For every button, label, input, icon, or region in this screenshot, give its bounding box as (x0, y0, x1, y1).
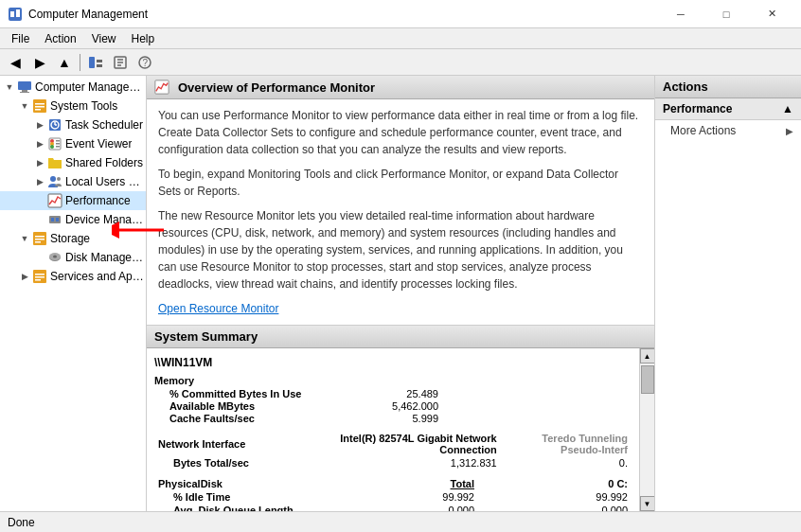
svg-point-26 (50, 145, 54, 149)
app-icon (8, 7, 23, 22)
svg-rect-17 (35, 106, 44, 108)
actions-section-title: Performance ▲ (655, 98, 801, 120)
network-header-row: Network Interface Intel(R) 82574L Gigabi… (154, 432, 632, 456)
expander-event-viewer[interactable]: ▶ (32, 136, 47, 151)
show-hide-button[interactable] (84, 51, 107, 74)
summary-category-network: Network Interface Intel(R) 82574L Gigabi… (154, 432, 632, 470)
expander-local-users[interactable]: ▶ (32, 174, 47, 189)
network-table: Network Interface Intel(R) 82574L Gigabi… (154, 432, 632, 470)
expander-task-scheduler[interactable]: ▶ (32, 117, 47, 133)
tree-item-device-manager[interactable]: ▶ Device Manager (0, 210, 146, 229)
disk-header-row: PhysicalDisk Total 0 C: (154, 477, 632, 490)
svg-rect-2 (16, 9, 20, 17)
minimize-button[interactable]: ─ (659, 0, 703, 28)
center-inner: \\WIN11VM Memory % Committed Bytes In Us… (147, 348, 654, 511)
center-panel: Overview of Performance Monitor You can … (147, 76, 654, 511)
title-bar-text: Computer Management (28, 8, 659, 21)
disk-management-icon (47, 250, 62, 265)
status-text: Done (8, 516, 35, 529)
tree-label-disk-management: Disk Management (65, 251, 146, 264)
task-scheduler-icon (47, 117, 62, 133)
svg-rect-27 (56, 140, 60, 142)
tree-item-computer-management[interactable]: ▼ Computer Management (Local) (0, 78, 146, 97)
expander-storage[interactable]: ▼ (17, 231, 32, 246)
svg-rect-39 (35, 241, 41, 243)
overview-title: Overview of Performance Monitor (178, 80, 375, 95)
overview-header: Overview of Performance Monitor (147, 76, 654, 99)
memory-value-1: 5,462.000 (344, 400, 438, 412)
svg-point-42 (53, 256, 57, 258)
svg-rect-33 (49, 216, 61, 223)
center-scrollbar[interactable]: ▲ ▼ (639, 348, 654, 511)
more-actions-label: More Actions (670, 124, 736, 137)
title-bar: Computer Management ─ □ ✕ (0, 0, 801, 28)
maximize-button[interactable]: □ (704, 0, 748, 28)
svg-rect-18 (35, 109, 41, 111)
svg-rect-37 (35, 236, 44, 238)
svg-point-30 (50, 176, 56, 182)
svg-rect-4 (97, 60, 102, 62)
scroll-up-btn[interactable]: ▲ (640, 348, 655, 364)
tree-item-task-scheduler[interactable]: ▶ Task Scheduler (0, 115, 146, 134)
tree-item-event-viewer[interactable]: ▶ Event Viewer (0, 134, 146, 153)
expander-computer-management[interactable]: ▼ (2, 80, 17, 95)
tree-item-system-tools[interactable]: ▼ System Tools (0, 97, 146, 115)
expander-services-apps[interactable]: ▶ (17, 269, 32, 284)
svg-rect-14 (20, 92, 29, 93)
network-bytes-val2: 0. (501, 456, 632, 470)
forward-button[interactable]: ▶ (28, 51, 51, 74)
tree-panel: ▼ Computer Management (Local) ▼ (0, 76, 147, 511)
network-bytes-row: Bytes Total/sec 1,312.831 0. (154, 456, 632, 470)
more-actions-arrow: ▶ (786, 126, 793, 136)
up-button[interactable]: ▲ (53, 51, 76, 74)
svg-rect-3 (89, 57, 95, 68)
back-button[interactable]: ◀ (4, 51, 27, 74)
disk-label-1: Avg. Disk Queue Length (154, 504, 325, 511)
services-icon (32, 269, 47, 284)
scroll-thumb[interactable] (641, 365, 654, 394)
disk-val1-1: 0.000 (325, 504, 478, 511)
menu-file[interactable]: File (4, 30, 37, 47)
actions-section-label: Performance (663, 102, 732, 115)
network-col1-header: Intel(R) 82574L Gigabit Network Connecti… (325, 432, 501, 456)
open-resource-monitor-link[interactable]: Open Resource Monitor (158, 302, 278, 315)
overview-para3: The new Resource Monitor lets you view d… (158, 207, 643, 293)
svg-rect-34 (51, 218, 54, 222)
summary-machine-name: \\WIN11VM (154, 356, 632, 369)
close-button[interactable]: ✕ (750, 0, 793, 28)
disk-val2-0: 99.992 (478, 490, 632, 504)
tree-label-local-users: Local Users and Groups (65, 175, 146, 188)
expander-shared-folders[interactable]: ▶ (32, 155, 47, 170)
summary-category-memory: Memory % Committed Bytes In Use 25.489 A… (154, 375, 632, 424)
memory-row-2: Cache Faults/sec 5.999 (154, 413, 632, 424)
help-button[interactable]: ? (134, 51, 156, 74)
scroll-down-btn[interactable]: ▼ (640, 496, 655, 511)
summary-body: \\WIN11VM Memory % Committed Bytes In Us… (147, 348, 639, 511)
disk-row-0: % Idle Time 99.992 99.992 (154, 490, 632, 504)
disk-label-0: % Idle Time (154, 490, 325, 504)
tree-label-performance: Performance (65, 194, 131, 207)
tree-item-local-users[interactable]: ▶ Local Users and Groups (0, 172, 146, 191)
tree-item-storage[interactable]: ▼ Storage (0, 229, 146, 248)
expander-system-tools[interactable]: ▼ (17, 98, 32, 114)
properties-button[interactable] (109, 51, 132, 74)
menu-view[interactable]: View (84, 30, 124, 47)
tree-item-performance[interactable]: ▶ Performance (0, 191, 146, 210)
tree-item-disk-management[interactable]: ▶ Disk Management (0, 248, 146, 267)
overview-content: You can use Performance Monitor to view … (147, 99, 654, 326)
center-content: \\WIN11VM Memory % Committed Bytes In Us… (147, 348, 639, 511)
main-layout: ▼ Computer Management (Local) ▼ (0, 76, 801, 511)
title-bar-controls: ─ □ ✕ (659, 0, 793, 28)
menu-action[interactable]: Action (37, 30, 83, 47)
tree-item-services-apps[interactable]: ▶ Services and Applications (0, 267, 146, 286)
actions-more-actions[interactable]: More Actions ▶ (655, 120, 801, 141)
disk-row-1: Avg. Disk Queue Length 0.000 0.000 (154, 504, 632, 511)
tree-label-event-viewer: Event Viewer (65, 137, 132, 151)
tree-label-shared-folders: Shared Folders (65, 156, 143, 169)
menu-help[interactable]: Help (124, 30, 163, 47)
system-summary-section: System Summary \\WIN11VM Memory % Commit… (147, 326, 654, 511)
computer-icon (17, 80, 32, 95)
memory-label-2: Cache Faults/sec (154, 413, 344, 424)
tree-item-shared-folders[interactable]: ▶ Shared Folders (0, 153, 146, 172)
shared-folders-icon (47, 155, 62, 170)
